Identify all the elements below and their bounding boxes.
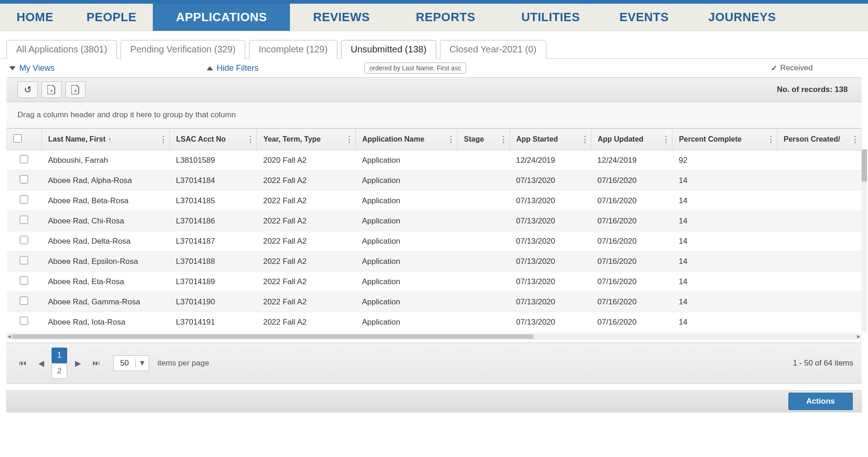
scroll-right-icon[interactable]: ▶ [857,334,861,339]
column-menu-icon[interactable]: ⋮ [499,134,507,144]
cell-upd: 07/16/2020 [591,292,672,312]
table-row[interactable]: Aboee Rad, Delta-RosaL370141872022 Fall … [7,231,862,251]
tab-3[interactable]: Unsubmitted (138) [341,40,436,59]
my-views-toggle[interactable]: My Views [9,63,55,73]
cell-lsac: L37014186 [169,211,256,231]
cell-app: Application [355,251,457,272]
table-row[interactable]: Aboee Rad, Chi-RosaL370141862022 Fall A2… [7,211,862,231]
table-row[interactable]: Abboushi, FarrahL381015892020 Fall A2App… [7,150,862,171]
grid-wrapper: Last Name, First↑⋮LSAC Acct No⋮Year, Ter… [6,128,862,332]
column-header-8[interactable]: Percent Complete⋮ [672,129,777,150]
tab-4[interactable]: Closed Year-2021 (0) [440,40,546,59]
nav-applications[interactable]: APPLICATIONS [153,4,290,31]
cell-name: Aboee Rad, Epsilon-Rosa [41,251,169,272]
cell-ytt: 2022 Fall A2 [257,292,356,312]
column-menu-icon[interactable]: ⋮ [662,134,669,144]
column-menu-icon[interactable]: ⋮ [851,134,858,144]
column-header-4[interactable]: Application Name⋮ [355,129,457,150]
row-checkbox[interactable] [20,155,28,163]
row-checkbox[interactable] [20,317,28,325]
row-checkbox[interactable] [20,216,28,224]
cell-start: 07/13/2020 [509,251,591,272]
column-header-7[interactable]: App Updated⋮ [591,129,672,150]
grid-toolbar: ↺ x A No. of records: 138 [6,77,862,102]
pager-page-1[interactable]: 1 [52,348,67,363]
export-excel-button[interactable]: x [41,81,62,98]
nav-events[interactable]: EVENTS [603,4,685,31]
pager-first-button[interactable]: ⏮ [15,355,30,371]
row-checkbox-cell [7,150,42,171]
column-header-checkbox[interactable] [7,129,42,150]
row-checkbox[interactable] [20,236,28,244]
sort-order-badge[interactable]: ordered by Last Name, First asc [365,63,466,74]
column-header-label: Application Name [362,135,424,143]
tab-0[interactable]: All Applications (3801) [6,40,117,59]
row-checkbox[interactable] [20,256,28,264]
horizontal-scrollbar[interactable]: ◀ ▶ [6,333,862,340]
table-row[interactable]: Aboee Rad, Gamma-RosaL370141902022 Fall … [7,292,862,312]
column-header-6[interactable]: App Started⋮ [509,129,591,150]
column-header-2[interactable]: LSAC Acct No⋮ [169,129,256,150]
actions-button[interactable]: Actions [788,393,853,410]
file-excel-icon: x [47,85,56,94]
row-checkbox[interactable] [20,297,28,305]
cell-lsac: L37014187 [169,231,256,251]
column-header-9[interactable]: Person Created/⋮ [777,129,861,150]
nav-reviews[interactable]: REVIEWS [290,4,393,31]
hide-filters-toggle[interactable]: Hide Filters [207,63,259,73]
nav-reports[interactable]: REPORTS [393,4,498,31]
pager-last-button[interactable]: ⏭ [88,355,104,371]
svg-text:x: x [51,88,53,93]
cell-pc [777,171,861,191]
column-menu-icon[interactable]: ⋮ [345,134,353,144]
column-header-1[interactable]: Last Name, First↑⋮ [41,129,169,150]
pager-range: 1 - 50 of 64 items [793,359,853,368]
column-menu-icon[interactable]: ⋮ [767,134,774,144]
tab-1[interactable]: Pending Verification (329) [121,40,245,59]
scrollbar-thumb[interactable] [12,334,533,339]
row-checkbox[interactable] [20,195,28,204]
row-checkbox[interactable] [20,175,28,183]
cell-start: 07/13/2020 [509,312,591,332]
scrollbar-thumb[interactable] [862,149,867,182]
select-all-checkbox[interactable] [13,134,22,143]
nav-people[interactable]: PEOPLE [70,4,153,31]
table-row[interactable]: Aboee Rad, Eta-RosaL370141892022 Fall A2… [7,272,862,292]
column-header-3[interactable]: Year, Term, Type⋮ [257,129,356,150]
pager-page-2[interactable]: 2 [52,363,67,379]
top-accent-strip [0,0,868,4]
column-header-5[interactable]: Stage⋮ [457,129,509,150]
nav-home[interactable]: HOME [0,4,70,31]
scroll-left-icon[interactable]: ◀ [7,334,11,339]
column-menu-icon[interactable]: ⋮ [447,134,454,144]
column-menu-icon[interactable]: ⋮ [246,134,254,144]
nav-utilities[interactable]: UTILITIES [498,4,603,31]
row-checkbox[interactable] [20,276,28,285]
tab-2[interactable]: Incomplete (129) [249,40,337,59]
group-by-dropzone[interactable]: Drag a column header and drop it here to… [6,102,862,128]
cell-name: Aboee Rad, Gamma-Rosa [41,292,169,312]
cell-stage [457,272,509,292]
table-row[interactable]: Aboee Rad, Epsilon-RosaL370141882022 Fal… [7,251,862,272]
table-row[interactable]: Aboee Rad, Beta-RosaL370141852022 Fall A… [7,191,862,211]
cell-stage [457,191,509,211]
column-menu-icon[interactable]: ⋮ [581,134,588,144]
table-row[interactable]: Aboee Rad, Iota-RosaL370141912022 Fall A… [7,312,862,332]
vertical-scrollbar[interactable] [862,149,867,332]
pager-next-button[interactable]: ▶ [70,355,86,371]
cell-upd: 07/16/2020 [591,171,672,191]
column-header-label: Stage [464,135,484,143]
nav-journeys[interactable]: JOURNEYS [685,4,799,31]
refresh-button[interactable]: ↺ [17,81,38,98]
cell-stage [457,211,509,231]
cell-upd: 07/16/2020 [591,191,672,211]
applications-grid: Last Name, First↑⋮LSAC Acct No⋮Year, Ter… [6,128,862,332]
cell-upd: 07/16/2020 [591,312,672,332]
pager-prev-button[interactable]: ◀ [33,355,49,371]
page-size-select[interactable]: 50 ▼ [113,355,149,371]
cell-ytt: 2022 Fall A2 [257,231,356,251]
export-pdf-button[interactable]: A [65,81,86,98]
cell-stage [457,171,509,191]
column-menu-icon[interactable]: ⋮ [159,134,167,144]
table-row[interactable]: Aboee Rad, Alpha-RosaL370141842022 Fall … [7,171,862,191]
